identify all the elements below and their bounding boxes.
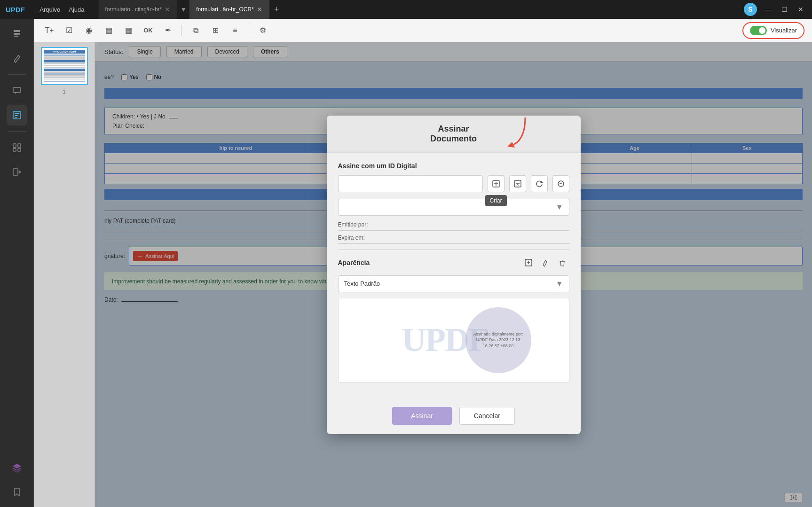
- sidebar-divider-2: [8, 131, 26, 132]
- assinar-button[interactable]: Assinar: [392, 407, 452, 425]
- svg-rect-7: [15, 117, 17, 118]
- sidebar-divider-1: [8, 74, 26, 75]
- style-label: Texto Padrão: [344, 280, 380, 287]
- aparencia-title: Aparência: [338, 259, 370, 266]
- tab-formulario1[interactable]: formulario...citação-br* ✕: [99, 0, 178, 19]
- toolbar-ok-btn[interactable]: OK: [140, 23, 156, 39]
- titlebar-right: S — ☐ ✕: [744, 3, 806, 16]
- crop-sign-btn[interactable]: [509, 175, 526, 192]
- emitido-por-label: Emitido por:: [338, 221, 569, 228]
- svg-rect-9: [18, 144, 21, 148]
- criar-tooltip: Criar: [485, 195, 507, 206]
- tab-bar: formulario...citação-br* ✕ ▼ formulari..…: [99, 0, 739, 19]
- tab-add-button[interactable]: +: [269, 0, 284, 19]
- sign-modal: Assinar Documento Assine com um ID Digit…: [327, 116, 581, 434]
- menu-bar: Arquivo Ajuda: [39, 6, 84, 13]
- sidebar-icon-organize[interactable]: [7, 137, 27, 158]
- sidebar-icon-form[interactable]: [7, 105, 27, 125]
- toolbar-checkbox-btn[interactable]: ☑: [61, 23, 77, 39]
- aparencia-delete-btn[interactable]: [555, 256, 569, 270]
- sign-options: Criar: [338, 175, 569, 192]
- sidebar-icon-pages[interactable]: [7, 23, 27, 44]
- delete-sign-btn[interactable]: [552, 175, 569, 192]
- maximize-button[interactable]: ☐: [779, 6, 790, 13]
- tab-formulario2[interactable]: formulari...ão-br_OCR* ✕: [189, 0, 269, 19]
- modal-footer: Assinar Cancelar: [327, 399, 581, 434]
- emitido-por-value: [338, 229, 569, 231]
- visualizar-button[interactable]: Visualizar: [742, 22, 804, 39]
- toolbar-settings-btn[interactable]: ⚙: [255, 23, 271, 39]
- criar-container: Criar: [488, 175, 505, 192]
- svg-rect-5: [15, 113, 19, 114]
- pdf-viewer: Status: Single Married Devorced Others e…: [95, 42, 812, 507]
- toolbar-divider-2: [249, 25, 249, 36]
- thumbnail-label: 1: [63, 89, 65, 94]
- svg-rect-6: [15, 115, 18, 116]
- sidebar-icon-bookmark[interactable]: [7, 482, 27, 502]
- svg-rect-0: [14, 30, 20, 32]
- app-body: T+ ☑ ◉ ▤ ▦ OK ✒ ⧉ ⊞ ≡ ⚙ Visualizar: [0, 19, 812, 507]
- tab-close-2[interactable]: ✕: [257, 6, 262, 13]
- sidebar-icon-comment[interactable]: [7, 80, 27, 101]
- toolbar-duplicate-btn[interactable]: ⧉: [188, 23, 204, 39]
- menu-arquivo[interactable]: Arquivo: [39, 6, 60, 13]
- sig-stamp: Assinado digitalmente por: UPDF Data:202…: [465, 307, 531, 373]
- modal-header: Assinar Documento: [327, 116, 581, 153]
- arrow-indicator: [502, 113, 530, 152]
- toolbar-grid-btn[interactable]: ▦: [120, 23, 136, 39]
- close-button[interactable]: ✕: [795, 6, 806, 13]
- style-chevron: ▼: [556, 280, 563, 288]
- rotate-sign-btn[interactable]: [531, 175, 548, 192]
- mini-form: APPLICATION FORM: [44, 50, 85, 82]
- dropdown-chevron: ▼: [556, 203, 563, 211]
- pdf-area: APPLICATION FORM: [34, 42, 812, 507]
- visualizar-label: Visualizar: [771, 27, 797, 34]
- draw-sign-btn[interactable]: [488, 175, 505, 192]
- sidebar-bottom: [7, 457, 27, 502]
- toolbar-layout-btn[interactable]: ⊞: [207, 23, 223, 39]
- sidebar: [0, 19, 34, 507]
- aparencia-edit-btn[interactable]: [538, 256, 552, 270]
- svg-rect-12: [13, 169, 18, 175]
- aparencia-header: Aparência: [338, 256, 569, 270]
- tab-close-1[interactable]: ✕: [165, 6, 170, 13]
- svg-rect-11: [18, 148, 21, 151]
- modal-overlay: Assinar Documento Assine com um ID Digit…: [95, 42, 812, 507]
- toolbar-radio-btn[interactable]: ◉: [81, 23, 97, 39]
- sidebar-icon-pen[interactable]: [7, 48, 27, 69]
- thumbnail-panel: APPLICATION FORM: [34, 42, 95, 507]
- sign-id-dropdown[interactable]: ▼: [338, 199, 569, 216]
- toolbar-align-btn[interactable]: ≡: [227, 23, 243, 39]
- toolbar-text-btn[interactable]: T+: [41, 23, 57, 39]
- minimize-button[interactable]: —: [762, 6, 774, 13]
- svg-rect-1: [14, 33, 20, 35]
- titlebar: UPDF | Arquivo Ajuda formulario...citaçã…: [0, 0, 812, 19]
- expira-em-label: Expira em:: [338, 234, 569, 241]
- toolbar: T+ ☑ ◉ ▤ ▦ OK ✒ ⧉ ⊞ ≡ ⚙ Visualizar: [34, 19, 812, 42]
- style-dropdown[interactable]: Texto Padrão ▼: [338, 275, 569, 292]
- modal-title: Assinar Documento: [415, 124, 492, 144]
- svg-rect-10: [13, 148, 16, 151]
- aparencia-actions: [521, 256, 569, 270]
- svg-rect-2: [14, 36, 18, 37]
- signature-preview: UPDF Assinado digitalmente por: UPDF Dat…: [338, 298, 569, 382]
- menu-ajuda[interactable]: Ajuda: [69, 6, 84, 13]
- visualizar-toggle[interactable]: [750, 26, 767, 35]
- thumbnail-image: APPLICATION FORM: [42, 48, 87, 84]
- sidebar-icon-convert[interactable]: [7, 162, 27, 182]
- toolbar-list-btn[interactable]: ▤: [101, 23, 117, 39]
- expira-em-row: Expira em:: [338, 234, 569, 244]
- sign-input-field[interactable]: [338, 175, 483, 192]
- emitido-por-row: Emitido por:: [338, 221, 569, 231]
- cancelar-button[interactable]: Cancelar: [459, 407, 515, 425]
- sidebar-icon-layers[interactable]: [7, 457, 27, 478]
- expira-em-value: [338, 242, 569, 244]
- toolbar-divider-1: [181, 25, 182, 36]
- thumbnail-page-1[interactable]: APPLICATION FORM: [41, 47, 88, 85]
- modal-body: Assine com um ID Digital: [327, 153, 581, 399]
- content-area: T+ ☑ ◉ ▤ ▦ OK ✒ ⧉ ⊞ ≡ ⚙ Visualizar: [34, 19, 812, 507]
- aparencia-add-btn[interactable]: [521, 256, 536, 270]
- avatar[interactable]: S: [744, 3, 757, 16]
- modal-divider: [338, 250, 569, 250]
- toolbar-sign-btn[interactable]: ✒: [160, 23, 176, 39]
